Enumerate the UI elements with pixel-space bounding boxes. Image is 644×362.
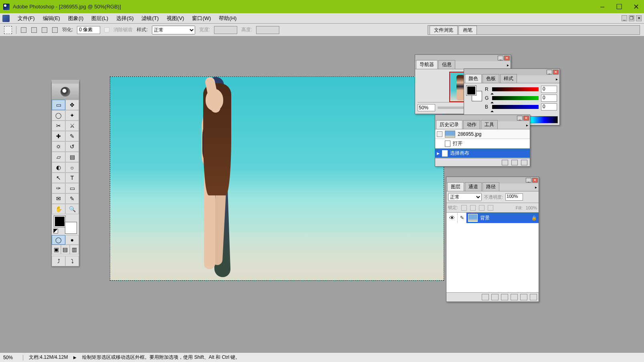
tool-brush[interactable]: ✎: [65, 131, 79, 141]
tab-tools[interactable]: 工具: [481, 120, 498, 129]
tool-wand[interactable]: ✦: [65, 110, 79, 121]
tool-pen[interactable]: ✑: [52, 183, 65, 193]
quickmask-off[interactable]: ◯: [52, 235, 65, 245]
color-swatches[interactable]: [466, 86, 482, 101]
menu-file[interactable]: 文件(F): [14, 15, 39, 22]
quickmask-on[interactable]: ●: [65, 235, 79, 245]
tab-color[interactable]: 颜色: [465, 74, 482, 83]
snapshot-camera-icon[interactable]: [511, 160, 518, 165]
tab-styles[interactable]: 样式: [500, 74, 517, 83]
tab-channels[interactable]: 通道: [465, 182, 482, 191]
panel-close[interactable]: ✕: [504, 56, 510, 60]
tool-notes[interactable]: ✉: [52, 193, 65, 204]
status-doc-info[interactable]: 文档:4.12M/4.12M: [29, 354, 68, 361]
tool-shape[interactable]: ▭: [65, 183, 79, 193]
lock-all-icon[interactable]: [488, 205, 493, 211]
background-swatch[interactable]: [65, 222, 77, 233]
tab-history[interactable]: 历史记录: [436, 120, 462, 129]
tab-paths[interactable]: 路径: [482, 182, 499, 191]
tool-gradient[interactable]: ▤: [65, 152, 79, 162]
history-state-select-canvas[interactable]: ▶ 选择画布: [435, 149, 530, 158]
tool-heal[interactable]: ✚: [52, 131, 65, 141]
maximize-button[interactable]: ☐: [614, 2, 624, 11]
r-value[interactable]: 0: [541, 86, 557, 93]
g-slider[interactable]: [492, 96, 539, 100]
opacity-value[interactable]: 100%: [505, 193, 523, 201]
menu-select[interactable]: 选择(S): [112, 15, 137, 22]
tool-path[interactable]: ↖: [52, 173, 65, 183]
layer-visibility-icon[interactable]: 👁: [446, 213, 458, 223]
tool-hand[interactable]: ✋: [52, 204, 65, 214]
tab-layers[interactable]: 图层: [447, 182, 464, 191]
layer-link-icon[interactable]: ✎: [458, 213, 466, 223]
b-slider[interactable]: [492, 105, 539, 109]
menu-view[interactable]: 视图(V): [163, 15, 188, 22]
tool-eraser[interactable]: ▱: [52, 152, 65, 162]
b-value[interactable]: 0: [541, 103, 557, 111]
tab-navigator[interactable]: 导航器: [416, 60, 438, 69]
new-layer-icon[interactable]: [520, 294, 527, 300]
menu-image[interactable]: 图象(I): [64, 15, 87, 22]
close-button[interactable]: ✕: [631, 2, 641, 11]
palette-well-tab-browser[interactable]: 文件浏览: [430, 26, 458, 34]
layer-style-icon[interactable]: [482, 294, 489, 300]
menu-help[interactable]: 帮助(H): [215, 15, 240, 22]
navigator-zoom[interactable]: 50%: [418, 104, 435, 111]
screen-standard[interactable]: ▣: [52, 245, 61, 254]
panel-minimize[interactable]: _: [526, 178, 531, 183]
screen-full-menu[interactable]: ▤: [61, 245, 70, 254]
jump-to-2[interactable]: ⤵: [65, 256, 79, 266]
selection-new-icon[interactable]: [21, 27, 26, 33]
tool-type[interactable]: T: [65, 173, 79, 183]
panel-menu-icon[interactable]: ▸: [535, 185, 537, 189]
lock-position-icon[interactable]: [479, 205, 485, 211]
layer-mask-icon[interactable]: [491, 294, 499, 300]
panel-minimize[interactable]: _: [547, 70, 552, 74]
panel-close[interactable]: ✕: [532, 178, 538, 183]
blend-mode-select[interactable]: 正常: [448, 193, 482, 201]
panel-close[interactable]: ✕: [523, 116, 529, 121]
g-value[interactable]: 0: [541, 95, 557, 102]
r-slider[interactable]: [492, 87, 539, 91]
tool-crop[interactable]: ✂: [52, 121, 65, 131]
history-state-open[interactable]: 打开: [435, 139, 530, 149]
panel-menu-icon[interactable]: ▸: [507, 63, 509, 67]
history-snapshot[interactable]: 286955.jpg: [435, 129, 530, 139]
panel-minimize[interactable]: _: [517, 116, 523, 121]
tool-zoom[interactable]: 🔍: [65, 204, 79, 214]
lock-transparent-icon[interactable]: [461, 205, 467, 211]
minimize-button[interactable]: –: [598, 2, 607, 11]
tab-swatches[interactable]: 色板: [482, 74, 499, 83]
document-canvas[interactable]: [110, 76, 444, 281]
panel-close[interactable]: ✕: [553, 70, 559, 74]
new-set-icon[interactable]: [501, 294, 508, 300]
menu-window[interactable]: 窗口(W): [188, 15, 215, 22]
tab-actions[interactable]: 动作: [463, 120, 480, 129]
tool-stamp[interactable]: ⛭: [52, 141, 65, 152]
jump-to-1[interactable]: ⤴: [52, 256, 65, 266]
status-zoom[interactable]: 50%: [3, 355, 23, 360]
new-doc-from-state-icon[interactable]: [502, 160, 508, 165]
menu-edit[interactable]: 编辑(E): [39, 15, 64, 22]
feather-input[interactable]: [77, 26, 100, 34]
color-swatches[interactable]: [53, 216, 77, 233]
selection-int-icon[interactable]: [52, 27, 58, 33]
delete-state-icon[interactable]: [521, 160, 527, 165]
selection-add-icon[interactable]: [31, 27, 37, 33]
screen-full[interactable]: ▥: [70, 245, 79, 254]
palette-well-tab-brush[interactable]: 画笔: [458, 26, 477, 34]
delete-layer-icon[interactable]: [530, 294, 537, 300]
mdi-restore[interactable]: ❐: [629, 15, 634, 21]
mdi-close[interactable]: ✕: [636, 15, 642, 21]
menu-filter[interactable]: 滤镜(T): [137, 15, 163, 22]
tab-info[interactable]: 信息: [438, 60, 455, 69]
lock-pixels-icon[interactable]: [470, 205, 476, 211]
adjustment-layer-icon[interactable]: [511, 294, 518, 300]
style-select[interactable]: 正常: [152, 26, 195, 34]
tool-history-brush[interactable]: ↺: [65, 141, 79, 152]
panel-minimize[interactable]: _: [498, 56, 503, 60]
tool-lasso[interactable]: ◯: [52, 110, 65, 121]
tool-dodge[interactable]: ☼: [65, 162, 79, 173]
default-colors-icon[interactable]: [53, 229, 58, 233]
panel-menu-icon[interactable]: ▸: [556, 77, 558, 81]
